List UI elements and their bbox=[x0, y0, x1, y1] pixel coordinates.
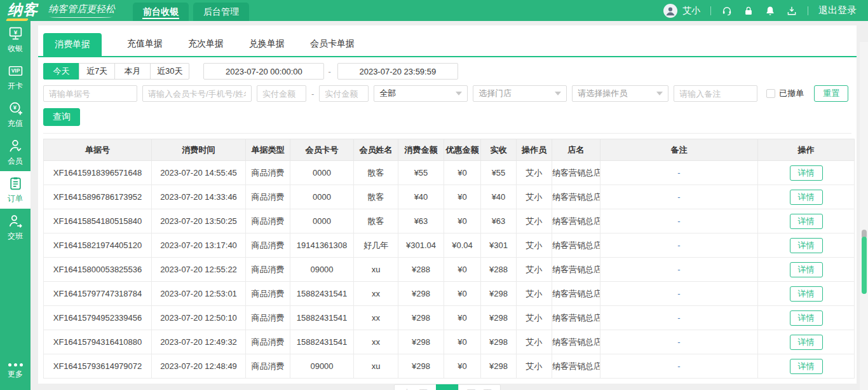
cell-store: 纳客营销总店 bbox=[552, 233, 600, 258]
reset-button[interactable]: 重置 bbox=[814, 85, 848, 102]
cell-remark: - bbox=[600, 306, 758, 330]
content-tab[interactable]: 充值单据 bbox=[127, 38, 163, 56]
cell-time: 2023-07-20 12:55:22 bbox=[152, 258, 246, 282]
cell-id: XF16415918396571648 bbox=[44, 161, 152, 185]
content-tab[interactable]: 消费单据 bbox=[43, 33, 102, 56]
search-button[interactable]: 查询 bbox=[43, 108, 80, 126]
cell-store: 纳客营销总店 bbox=[552, 161, 600, 185]
svg-text:VIP: VIP bbox=[11, 67, 20, 74]
cell-operator: 艾小 bbox=[517, 282, 552, 306]
cell-remark: - bbox=[600, 185, 758, 209]
user-avatar[interactable] bbox=[663, 4, 677, 18]
cell-action: 详情 bbox=[758, 209, 855, 233]
table-row: XF164158967861739522023-07-20 14:33:46商品… bbox=[44, 185, 855, 209]
cell-amount: ¥298 bbox=[398, 282, 444, 306]
cell-amount: ¥63 bbox=[398, 209, 444, 233]
cell-paid: ¥298 bbox=[481, 282, 517, 306]
detail-button[interactable]: 详情 bbox=[790, 165, 823, 181]
quick-range-button[interactable]: 今天 bbox=[43, 63, 79, 80]
cell-discount: ¥0 bbox=[444, 330, 481, 354]
next-page-button[interactable]: 下一页 bbox=[458, 384, 501, 390]
sidebar-item-orders[interactable]: 订单 bbox=[0, 171, 31, 209]
quick-range-button[interactable]: 近7天 bbox=[79, 63, 115, 80]
lock-icon[interactable] bbox=[743, 5, 754, 17]
download-icon[interactable] bbox=[786, 5, 797, 17]
cell-name: 散客 bbox=[354, 209, 398, 233]
date-to-input[interactable] bbox=[337, 63, 458, 80]
quick-range-button[interactable]: 本月 bbox=[114, 63, 151, 80]
paid-min-input[interactable] bbox=[257, 85, 306, 102]
current-page-button[interactable]: 1 bbox=[436, 384, 459, 390]
cancelled-checkbox[interactable] bbox=[766, 89, 775, 98]
cell-remark: - bbox=[600, 161, 758, 185]
operator-select-value: 请选择操作员 bbox=[578, 88, 627, 99]
detail-button[interactable]: 详情 bbox=[790, 286, 823, 302]
logo-swoosh-decoration bbox=[6, 18, 29, 21]
content-tab[interactable]: 兑换单据 bbox=[249, 38, 285, 56]
cell-store: 纳客营销总店 bbox=[552, 306, 600, 330]
order-no-input[interactable] bbox=[43, 85, 137, 102]
operator-select[interactable]: 请选择操作员 bbox=[572, 85, 668, 102]
customer-service-icon[interactable] bbox=[721, 5, 733, 17]
cell-discount: ¥0 bbox=[444, 354, 481, 379]
brand: 纳客 纳客管店更轻松 bbox=[0, 0, 115, 21]
window-scrollbar-thumb[interactable] bbox=[862, 237, 867, 294]
sidebar-item-members[interactable]: 会员 bbox=[0, 134, 31, 171]
cell-discount: ¥0.04 bbox=[444, 233, 481, 258]
table-row: XF164158219744051202023-07-20 13:17:40商品… bbox=[44, 233, 855, 258]
detail-button[interactable]: 详情 bbox=[790, 359, 823, 374]
sidebar-item-shift[interactable]: 交班 bbox=[0, 209, 31, 246]
cell-amount: ¥288 bbox=[398, 258, 444, 282]
detail-button[interactable]: 详情 bbox=[790, 214, 823, 229]
table-row: XF164157949523394562023-07-20 12:50:10商品… bbox=[44, 306, 855, 330]
detail-button[interactable]: 详情 bbox=[790, 310, 823, 326]
member-search-input[interactable] bbox=[142, 85, 252, 102]
order-type-select[interactable]: 全部 bbox=[374, 85, 468, 102]
nav-tab-front-cashier[interactable]: 前台收银 bbox=[133, 3, 189, 21]
detail-button[interactable]: 详情 bbox=[790, 335, 823, 350]
cell-action: 详情 bbox=[758, 161, 855, 185]
cell-name: 散客 bbox=[354, 161, 398, 185]
store-select[interactable]: 选择门店 bbox=[473, 85, 567, 102]
window-scrollbar-track[interactable] bbox=[860, 42, 868, 390]
cell-store: 纳客营销总店 bbox=[552, 354, 600, 379]
content-tab[interactable]: 充次单据 bbox=[188, 38, 224, 56]
column-header: 操作员 bbox=[517, 139, 552, 161]
bell-icon[interactable] bbox=[764, 5, 776, 17]
sidebar-item-open-card[interactable]: VIP 开卡 bbox=[0, 59, 31, 96]
cell-operator: 艾小 bbox=[517, 354, 552, 379]
logout-button[interactable]: 退出登录 bbox=[818, 4, 857, 17]
cell-discount: ¥0 bbox=[444, 258, 481, 282]
date-from-input[interactable] bbox=[203, 63, 324, 80]
header-right-tools: 艾小 退出登录 bbox=[663, 0, 868, 21]
sidebar-item-cashier[interactable]: ¥ 收银 bbox=[0, 21, 31, 59]
paid-max-input[interactable] bbox=[319, 85, 369, 102]
table-row: XF164157936149790722023-07-20 12:48:49商品… bbox=[44, 354, 855, 379]
quick-range-button[interactable]: 近30天 bbox=[150, 63, 189, 80]
avatar-person-icon bbox=[663, 4, 677, 18]
cell-amount: ¥301.04 bbox=[398, 233, 444, 258]
column-header: 实收 bbox=[481, 139, 517, 161]
username-label: 艾小 bbox=[682, 5, 700, 17]
cancelled-checkbox-wrap[interactable]: 已撤单 bbox=[766, 88, 804, 99]
quick-range-group: 今天近7天本月近30天 bbox=[43, 63, 189, 80]
cell-action: 详情 bbox=[758, 330, 855, 354]
prev-page-button[interactable]: 上一页 bbox=[394, 384, 437, 390]
detail-button[interactable]: 详情 bbox=[790, 262, 823, 277]
content-tab[interactable]: 会员卡单据 bbox=[310, 38, 355, 56]
column-header: 操作 bbox=[758, 139, 855, 161]
sidebar-more-button[interactable]: 更多 bbox=[0, 357, 31, 386]
cell-card: 15882431541 bbox=[290, 282, 354, 306]
sidebar-item-recharge[interactable]: ¥ 充值 bbox=[0, 96, 31, 134]
nav-tab-back-admin[interactable]: 后台管理 bbox=[193, 3, 249, 21]
cell-remark: - bbox=[600, 233, 758, 258]
amount-range-dash: - bbox=[311, 89, 314, 99]
cell-remark: - bbox=[600, 282, 758, 306]
orders-table: 单据号消费时间单据类型会员卡号会员姓名消费金额优惠金额实收操作员店名备注操作 X… bbox=[43, 139, 855, 379]
detail-button[interactable]: 详情 bbox=[790, 238, 823, 253]
recharge-coin-icon: ¥ bbox=[8, 101, 24, 116]
detail-button[interactable]: 详情 bbox=[790, 190, 823, 205]
cell-operator: 艾小 bbox=[517, 185, 552, 209]
remark-input[interactable] bbox=[674, 85, 757, 102]
content-tabbar: 消费单据充值单据充次单据兑换单据会员卡单据 bbox=[38, 25, 857, 57]
